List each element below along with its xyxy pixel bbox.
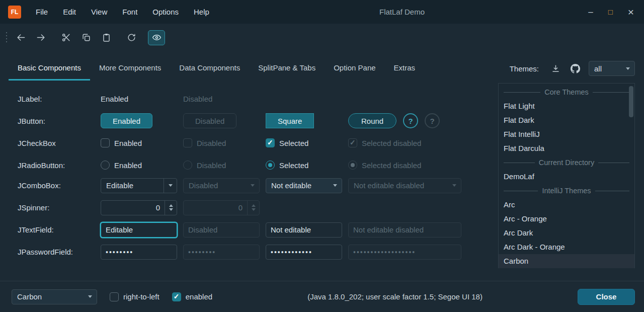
textfield-value: Disabled [188,225,217,234]
tab-option-pane[interactable]: Option Pane [325,56,384,81]
radio-icon[interactable] [101,161,110,170]
enabled-checkbox[interactable]: enabled [172,292,212,301]
theme-item-flat-dark[interactable]: Flat Dark [499,113,634,127]
toolbar-grip-handle[interactable] [5,31,8,44]
textfield-disabled: Disabled [183,222,260,238]
download-icon[interactable] [549,62,561,74]
jspinner-row: JSpinner: 0 0 [18,198,486,220]
checkbox-enabled[interactable]: Enabled [101,138,183,147]
checkbox-label: Enabled [114,139,142,147]
spinner-value[interactable]: 0 [101,201,165,215]
tab-splitpane-tabs[interactable]: SplitPane & Tabs [249,56,325,81]
radio-selected-icon[interactable] [266,161,275,170]
menu-view[interactable]: View [85,5,114,19]
combobox-value: Not editable [271,181,311,190]
enabled-button[interactable]: Enabled [101,113,152,128]
jcombobox-row: JComboBox: Editable Disabled Not editabl… [18,176,486,198]
theme-item-flat-darcula[interactable]: Flat Darcula [499,141,634,155]
combobox-value: Disabled [189,181,218,190]
spinner-up-icon[interactable] [169,204,173,207]
theme-item-demolaf[interactable]: DemoLaf [499,170,634,184]
themes-scrollbar[interactable] [629,85,633,265]
passwordfield-disabled: •••••••• [183,245,260,260]
radio-selected[interactable]: Selected [266,161,348,170]
tab-extras[interactable]: Extras [385,56,425,81]
paste-icon[interactable] [98,30,115,45]
radio-icon [183,161,192,170]
passwordfield-not-editable[interactable]: •••••••••••• [266,245,342,260]
combobox-value: Editable [106,181,133,190]
password-dots: •••••••••••••••••• [353,248,416,256]
maximize-icon[interactable]: □ [608,8,613,16]
spinner-enabled[interactable]: 0 [101,200,177,215]
chevron-down-icon [246,179,259,193]
menu-options[interactable]: Options [146,5,185,19]
radio-enabled[interactable]: Enabled [101,161,183,170]
menu-help[interactable]: Help [187,5,216,19]
combobox-disabled: Disabled [183,178,260,193]
themes-list-panel: Core Themes Flat Light Flat Dark Flat In… [498,83,635,268]
tab-more-components[interactable]: More Components [90,56,170,81]
themes-filter-combo[interactable]: all [589,61,635,76]
checkbox-selected[interactable]: Selected [266,138,348,147]
close-window-icon[interactable]: × [628,7,634,17]
separator-label: Core Themes [544,88,589,96]
tab-basic-components[interactable]: Basic Components [9,56,90,81]
show-details-eye-toggle[interactable] [148,30,165,45]
checkbox-selected-disabled: Selected disabled [348,138,486,147]
theme-item-arc-dark-orange[interactable]: Arc Dark - Orange [499,240,634,254]
enabled-label: enabled [186,292,212,301]
separator-label: Current Directory [539,159,594,167]
tab-data-components[interactable]: Data Components [170,56,249,81]
theme-item-arc-dark[interactable]: Arc Dark [499,226,634,240]
statusbar: Carbon right-to-left enabled (Java 1.8.0… [0,281,644,312]
theme-item-arc-orange[interactable]: Arc - Orange [499,212,634,226]
minimize-icon[interactable]: – [588,8,593,16]
chevron-down-icon[interactable] [329,179,342,193]
jtextfield-row-label: JTextField: [18,225,101,234]
cut-icon[interactable] [57,30,74,45]
theme-item-arc[interactable]: Arc [499,198,634,212]
textfield-editable[interactable]: Editable [101,222,177,238]
passwordfield-editable[interactable]: •••••••• [101,245,177,260]
spinner-arrows[interactable] [165,201,177,215]
spinner-down-icon[interactable] [169,208,173,211]
textfield-not-editable[interactable]: Not editable [266,222,342,238]
theme-item-flat-intellij[interactable]: Flat IntelliJ [499,127,634,141]
checkbox-checked-icon[interactable] [172,292,181,301]
github-icon[interactable] [569,62,581,74]
copy-icon[interactable] [77,30,95,45]
round-button[interactable]: Round [348,113,396,128]
jlabel-enabled: Enabled [101,95,128,103]
jtextfield-row: JTextField: Editable Disabled Not editab… [18,220,486,243]
combobox-editable[interactable]: Editable [101,178,177,193]
jpasswordfield-row-label: JPasswordField: [18,248,101,256]
right-to-left-checkbox[interactable]: right-to-left [110,292,159,301]
close-button[interactable]: Close [578,289,635,305]
theme-selector-combo[interactable]: Carbon [12,289,97,304]
help-button-disabled: ? [425,113,440,128]
checkbox-checked-icon[interactable] [266,138,275,147]
back-icon[interactable] [12,30,29,45]
theme-item-flat-light[interactable]: Flat Light [499,99,634,113]
radio-label: Enabled [114,161,142,170]
forward-icon[interactable] [32,30,49,45]
square-button[interactable]: Square [266,113,314,128]
right-to-left-label: right-to-left [123,292,159,301]
help-button[interactable]: ? [403,113,418,128]
combobox-value: Not editable disabled [354,181,424,190]
menu-font[interactable]: Font [116,5,144,19]
combobox-not-editable[interactable]: Not editable [266,178,342,193]
checkbox-icon[interactable] [101,138,110,147]
toolbar [0,24,644,51]
menu-edit[interactable]: Edit [56,5,83,19]
jcheckbox-row: JCheckBox Enabled Disabled Selected Sele… [18,132,486,154]
chevron-down-icon[interactable] [84,290,97,304]
theme-item-carbon[interactable]: Carbon [499,254,634,268]
refresh-icon[interactable] [123,30,140,45]
scrollbar-thumb[interactable] [629,86,633,117]
titlebar: FL File Edit View Font Options Help Flat… [0,0,644,24]
menu-file[interactable]: File [29,5,54,19]
chevron-down-icon[interactable] [164,179,177,193]
checkbox-icon[interactable] [110,292,119,301]
